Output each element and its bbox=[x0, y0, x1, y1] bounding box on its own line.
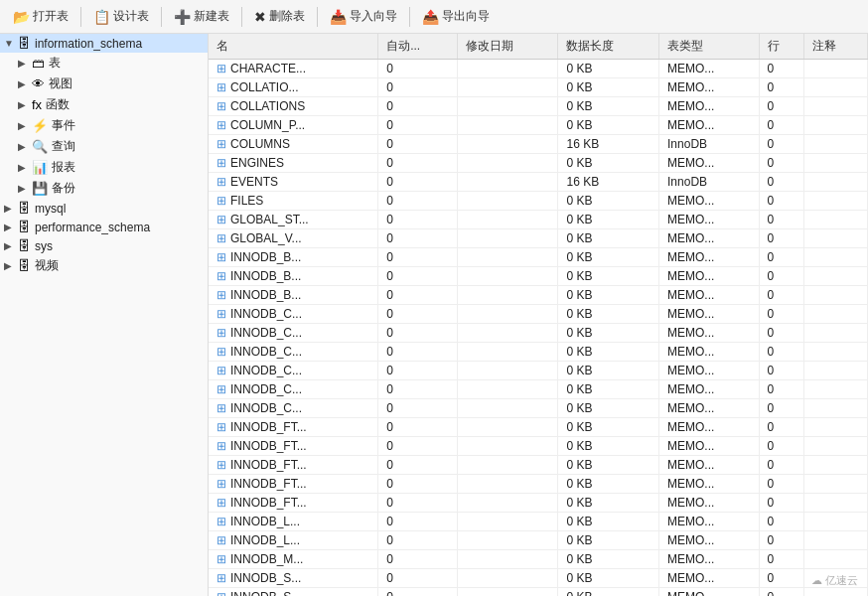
cell-auto: 0 bbox=[378, 456, 458, 475]
cell-type: MEMO... bbox=[659, 550, 760, 569]
cell-rows: 0 bbox=[759, 154, 803, 173]
cell-modified bbox=[457, 531, 558, 550]
toolbar-btn-export[interactable]: 📤导出向导 bbox=[415, 4, 497, 29]
col-header-name[interactable]: 名 bbox=[209, 34, 378, 60]
cell-rows: 0 bbox=[759, 211, 803, 229]
table-icon: ⊞ bbox=[217, 175, 226, 189]
cell-type: MEMO... bbox=[659, 324, 760, 343]
cell-name-text: COLLATIONS bbox=[230, 99, 305, 113]
cell-comment bbox=[803, 248, 867, 267]
child-label: 查询 bbox=[52, 138, 75, 155]
cell-datasize: 0 KB bbox=[558, 343, 659, 362]
table-row[interactable]: ⊞INNODB_B...00 KBMEMO...0 bbox=[209, 248, 868, 267]
tree-database-group: ▶🗄视频 bbox=[0, 255, 208, 276]
cell-modified bbox=[457, 135, 558, 154]
tree-database-group: ▼🗄information_schema▶🗃表▶👁视图▶fx函数▶⚡事件▶🔍查询… bbox=[0, 34, 208, 199]
table-body: ⊞CHARACTE...00 KBMEMO...0⊞COLLATIO...00 … bbox=[209, 60, 868, 597]
table-row[interactable]: ⊞INNODB_C...00 KBMEMO...0 bbox=[209, 324, 868, 343]
cell-name: ⊞INNODB_C... bbox=[209, 399, 378, 418]
cell-name-text: GLOBAL_ST... bbox=[230, 213, 309, 226]
sidebar-db-information_schema[interactable]: ▼🗄information_schema bbox=[0, 34, 208, 53]
table-row[interactable]: ⊞INNODB_C...00 KBMEMO...0 bbox=[209, 305, 868, 324]
table-row[interactable]: ⊞INNODB_C...00 KBMEMO...0 bbox=[209, 343, 868, 362]
table-row[interactable]: ⊞INNODB_FT...00 KBMEMO...0 bbox=[209, 494, 868, 513]
toolbar-icon-export: 📤 bbox=[422, 9, 439, 25]
toolbar-btn-open[interactable]: 📂打开表 bbox=[6, 4, 75, 29]
cell-comment bbox=[803, 173, 867, 192]
cell-modified bbox=[457, 513, 558, 531]
table-row[interactable]: ⊞INNODB_M...00 KBMEMO...0 bbox=[209, 550, 868, 569]
cell-name-text: INNODB_FT... bbox=[230, 458, 307, 472]
sidebar-child-报表[interactable]: ▶📊报表 bbox=[14, 157, 208, 178]
table-row[interactable]: ⊞INNODB_B...00 KBMEMO...0 bbox=[209, 267, 868, 286]
sidebar-db-performance_schema[interactable]: ▶🗄performance_schema bbox=[0, 218, 208, 236]
table-row[interactable]: ⊞INNODB_FT...00 KBMEMO...0 bbox=[209, 437, 868, 456]
table-row[interactable]: ⊞EVENTS016 KBInnoDB0 bbox=[209, 173, 868, 192]
cell-auto: 0 bbox=[378, 78, 458, 97]
table-row[interactable]: ⊞INNODB_L...00 KBMEMO...0 bbox=[209, 513, 868, 531]
sidebar-db-视频[interactable]: ▶🗄视频 bbox=[0, 255, 208, 276]
database-icon: 🗄 bbox=[18, 238, 31, 253]
cell-name: ⊞FILES bbox=[209, 192, 378, 211]
table-row[interactable]: ⊞FILES00 KBMEMO...0 bbox=[209, 192, 868, 211]
sidebar-db-sys[interactable]: ▶🗄sys bbox=[0, 236, 208, 255]
cell-name: ⊞INNODB_B... bbox=[209, 267, 378, 286]
cell-comment bbox=[803, 78, 867, 97]
table-row[interactable]: ⊞COLLATIONS00 KBMEMO...0 bbox=[209, 97, 868, 116]
col-header-comment[interactable]: 注释 bbox=[803, 34, 867, 60]
cell-name-text: COLLATIO... bbox=[230, 80, 298, 94]
toolbar-btn-new[interactable]: ➕新建表 bbox=[167, 4, 236, 29]
sidebar-db-label: mysql bbox=[35, 202, 66, 216]
cell-rows: 0 bbox=[759, 60, 803, 78]
table-row[interactable]: ⊞INNODB_FT...00 KBMEMO...0 bbox=[209, 456, 868, 475]
cell-comment bbox=[803, 513, 867, 531]
table-row[interactable]: ⊞INNODB_C...00 KBMEMO...0 bbox=[209, 380, 868, 399]
toolbar-label-design: 设计表 bbox=[113, 8, 149, 25]
sidebar-child-函数[interactable]: ▶fx函数 bbox=[14, 94, 208, 115]
sidebar-db-label: 视频 bbox=[35, 257, 59, 274]
cell-datasize: 0 KB bbox=[558, 531, 659, 550]
toolbar-btn-import[interactable]: 📥导入向导 bbox=[323, 4, 404, 29]
sidebar-child-表[interactable]: ▶🗃表 bbox=[14, 53, 208, 74]
col-header-modified[interactable]: 修改日期 bbox=[457, 34, 558, 60]
cell-name: ⊞INNODB_FT... bbox=[209, 494, 378, 513]
cell-comment bbox=[803, 418, 867, 437]
sidebar-child-备份[interactable]: ▶💾备份 bbox=[14, 178, 208, 199]
cell-type: MEMO... bbox=[659, 211, 760, 229]
table-row[interactable]: ⊞INNODB_S...00 KBMEMO...0 bbox=[209, 569, 868, 588]
table-row[interactable]: ⊞GLOBAL_ST...00 KBMEMO...0 bbox=[209, 211, 868, 229]
table-row[interactable]: ⊞COLUMN_P...00 KBMEMO...0 bbox=[209, 116, 868, 135]
table-row[interactable]: ⊞CHARACTE...00 KBMEMO...0 bbox=[209, 60, 868, 78]
col-header-rows[interactable]: 行 bbox=[759, 34, 803, 60]
toolbar-btn-delete[interactable]: ✖删除表 bbox=[247, 4, 312, 29]
table-row[interactable]: ⊞INNODB_B...00 KBMEMO...0 bbox=[209, 286, 868, 305]
table-row[interactable]: ⊞INNODB_FT...00 KBMEMO...0 bbox=[209, 475, 868, 494]
sidebar-child-查询[interactable]: ▶🔍查询 bbox=[14, 136, 208, 157]
table-row[interactable]: ⊞INNODB_C...00 KBMEMO...0 bbox=[209, 362, 868, 380]
cell-name-text: INNODB_B... bbox=[230, 250, 301, 264]
table-row[interactable]: ⊞INNODB_FT...00 KBMEMO...0 bbox=[209, 418, 868, 437]
table-row[interactable]: ⊞ENGINES00 KBMEMO...0 bbox=[209, 154, 868, 173]
child-label: 视图 bbox=[49, 75, 72, 92]
sidebar-child-视图[interactable]: ▶👁视图 bbox=[14, 74, 208, 94]
cell-type: MEMO... bbox=[659, 229, 760, 248]
content-area: 名自动...修改日期数据长度表类型行注释 ⊞CHARACTE...00 KBME… bbox=[209, 34, 868, 596]
table-row[interactable]: ⊞GLOBAL_V...00 KBMEMO...0 bbox=[209, 229, 868, 248]
cell-datasize: 0 KB bbox=[558, 494, 659, 513]
cell-datasize: 0 KB bbox=[558, 324, 659, 343]
table-row[interactable]: ⊞INNODB_L...00 KBMEMO...0 bbox=[209, 531, 868, 550]
table-row[interactable]: ⊞COLLATIO...00 KBMEMO...0 bbox=[209, 78, 868, 97]
col-header-datasize[interactable]: 数据长度 bbox=[558, 34, 659, 60]
cell-name-text: INNODB_S... bbox=[230, 590, 301, 596]
cell-name-text: INNODB_S... bbox=[230, 571, 301, 585]
toolbar-icon-design: 📋 bbox=[93, 9, 110, 25]
toolbar-btn-design[interactable]: 📋设计表 bbox=[86, 4, 156, 29]
toolbar-separator bbox=[409, 7, 410, 27]
col-header-auto[interactable]: 自动... bbox=[378, 34, 458, 60]
sidebar-db-mysql[interactable]: ▶🗄mysql bbox=[0, 199, 208, 218]
col-header-type[interactable]: 表类型 bbox=[659, 34, 760, 60]
sidebar-child-事件[interactable]: ▶⚡事件 bbox=[14, 115, 208, 136]
table-row[interactable]: ⊞COLUMNS016 KBInnoDB0 bbox=[209, 135, 868, 154]
table-row[interactable]: ⊞INNODB_S...00 KBMEMO...0 bbox=[209, 588, 868, 597]
table-row[interactable]: ⊞INNODB_C...00 KBMEMO...0 bbox=[209, 399, 868, 418]
